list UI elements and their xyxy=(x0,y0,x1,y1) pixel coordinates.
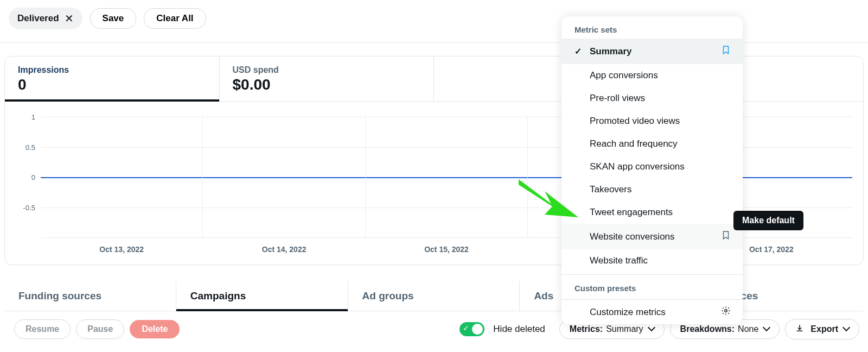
download-icon xyxy=(795,324,804,335)
filter-chip-label: Delivered xyxy=(17,13,59,24)
dropdown-item-label: Summary xyxy=(590,46,631,57)
gear-icon[interactable] xyxy=(721,306,731,318)
save-button[interactable]: Save xyxy=(90,8,137,29)
export-label: Export xyxy=(810,324,838,334)
x-tick: Oct 15, 2022 xyxy=(424,245,469,254)
close-icon[interactable]: ✕ xyxy=(65,12,74,25)
chevron-down-icon xyxy=(647,324,654,334)
dropdown-item-summary[interactable]: ✓ Summary xyxy=(561,39,743,64)
dropdown-item-reach-and-frequency[interactable]: Reach and frequency xyxy=(561,133,743,155)
dropdown-section-title: Metric sets xyxy=(561,16,743,39)
dropdown-item-skan-app-conversions[interactable]: SKAN app conversions xyxy=(561,155,743,178)
bookmark-icon[interactable] xyxy=(721,45,731,58)
dropdown-item-label: App conversions xyxy=(590,70,658,81)
pause-button[interactable]: Pause xyxy=(76,319,124,339)
svg-point-0 xyxy=(725,310,727,312)
metric-value: 0 xyxy=(18,76,206,93)
svg-marker-1 xyxy=(519,179,578,217)
delete-button[interactable]: Delete xyxy=(130,320,180,338)
metric-label: Impressions xyxy=(18,65,206,75)
export-button[interactable]: Export xyxy=(785,319,859,340)
chevron-down-icon xyxy=(841,324,849,334)
hide-deleted-toggle[interactable]: ✓ xyxy=(459,322,484,336)
metrics-value: Summary xyxy=(606,324,643,334)
metric-value: $0.00 xyxy=(233,76,421,93)
dropdown-item-label: Website conversions xyxy=(590,231,675,242)
dropdown-item-label: SKAN app conversions xyxy=(590,161,685,172)
breakdowns-value: None xyxy=(738,324,758,334)
dropdown-item-label: Customize metrics xyxy=(590,307,666,318)
tab-campaigns[interactable]: Campaigns xyxy=(176,281,348,311)
check-icon: ✓ xyxy=(575,46,584,56)
dropdown-item-pre-roll-views[interactable]: Pre-roll views xyxy=(561,87,743,110)
dropdown-item-tweet-engagements[interactable]: Tweet engagements xyxy=(561,201,743,224)
chevron-down-icon xyxy=(762,324,769,334)
bookmark-icon[interactable] xyxy=(721,230,731,243)
x-tick: Oct 17, 2022 xyxy=(749,245,794,254)
annotation-arrow xyxy=(519,179,578,223)
filter-chip-delivered[interactable]: Delivered ✕ xyxy=(9,8,82,29)
dropdown-item-website-traffic[interactable]: Website traffic xyxy=(561,249,743,272)
metric-label: USD spend xyxy=(233,65,421,75)
make-default-tooltip: Make default xyxy=(733,211,803,230)
dropdown-item-app-conversions[interactable]: App conversions xyxy=(561,64,743,87)
tab-funding-sources[interactable]: Funding sources xyxy=(4,281,176,311)
breakdowns-label: Breakdowns: xyxy=(680,324,735,334)
resume-button[interactable]: Resume xyxy=(14,319,71,339)
metric-cell-impressions[interactable]: Impressions 0 xyxy=(5,56,220,101)
clear-all-button[interactable]: Clear All xyxy=(144,8,206,29)
x-tick: Oct 14, 2022 xyxy=(262,245,307,254)
dropdown-item-label: Takeovers xyxy=(590,184,631,195)
dropdown-item-label: Reach and frequency xyxy=(590,139,678,149)
metrics-label: Metrics: xyxy=(570,324,603,334)
dropdown-item-promoted-video-views[interactable]: Promoted video views xyxy=(561,110,743,133)
x-tick: Oct 13, 2022 xyxy=(99,245,144,254)
dropdown-item-label: Tweet engagements xyxy=(590,207,673,218)
y-tick: 1 xyxy=(17,113,35,121)
dropdown-item-label: Promoted video views xyxy=(590,116,680,127)
metrics-dropdown: Metric sets ✓ Summary App conversions Pr… xyxy=(561,16,743,324)
tab-ad-groups[interactable]: Ad groups xyxy=(348,281,520,311)
y-tick: 0.5 xyxy=(17,143,35,151)
y-tick: -0.5 xyxy=(17,203,35,211)
dropdown-customize-metrics[interactable]: Customize metrics xyxy=(561,300,743,324)
metric-cell-usd-spend[interactable]: USD spend $0.00 xyxy=(220,56,435,101)
dropdown-item-website-conversions[interactable]: Website conversions xyxy=(561,224,743,249)
dropdown-item-label: Website traffic xyxy=(590,255,648,266)
y-tick: 0 xyxy=(17,173,35,181)
dropdown-section-title: Custom presets xyxy=(561,275,743,297)
dropdown-item-takeovers[interactable]: Takeovers xyxy=(561,178,743,201)
dropdown-item-label: Pre-roll views xyxy=(590,93,645,104)
hide-deleted-label: Hide deleted xyxy=(493,324,545,335)
